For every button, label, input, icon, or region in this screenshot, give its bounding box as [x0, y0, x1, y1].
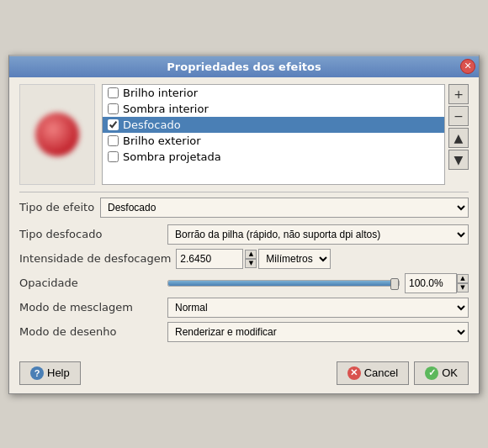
help-label: Help [47, 366, 70, 379]
effect-checkbox[interactable] [108, 135, 119, 146]
opacity-label: Opacidade [19, 277, 162, 289]
ok-button[interactable]: ✓ OK [414, 361, 469, 385]
opacity-slider-track[interactable] [167, 280, 400, 287]
blur-intensity-down[interactable]: ▼ [245, 259, 257, 268]
opacity-down[interactable]: ▼ [457, 283, 469, 293]
cancel-label: Cancel [364, 366, 398, 379]
draw-mode-row: Modo de desenho Renderizar e modificarRe… [19, 322, 469, 342]
blend-mode-row: Modo de mesclagem NormalMultiplicarTelaS… [19, 298, 469, 318]
blur-type-select[interactable]: Borrão da pilha (rápido, não suporta dpi… [167, 224, 469, 245]
footer-right: ✕ Cancel ✓ OK [337, 361, 469, 385]
blur-intensity-input[interactable] [176, 249, 243, 269]
list-item[interactable]: Sombra projetada [103, 149, 444, 165]
opacity-row: Opacidade ▲ ▼ [19, 273, 469, 293]
help-icon: ? [30, 366, 44, 380]
list-item[interactable]: Sombra interior [103, 101, 444, 117]
preview-circle [35, 113, 79, 156]
cancel-button[interactable]: ✕ Cancel [337, 361, 409, 385]
preview-area [19, 84, 95, 185]
effect-item-label: Desfocado [123, 119, 181, 131]
opacity-slider-thumb [390, 278, 399, 290]
list-item[interactable]: Desfocado [103, 117, 444, 133]
effect-item-label: Sombra projetada [123, 150, 221, 163]
blur-intensity-up[interactable]: ▲ [245, 250, 257, 259]
separator-1 [19, 192, 469, 192]
blur-intensity-spinners: ▲ ▼ [245, 250, 257, 268]
effect-type-select[interactable]: DesfocadoBrilho interiorSombra interiorB… [100, 198, 469, 218]
blur-type-label: Tipo desfocado [19, 228, 162, 240]
effect-checkbox[interactable] [108, 103, 119, 114]
ok-label: OK [442, 366, 458, 379]
blur-intensity-label: Intensidade de desfocagem [19, 252, 171, 265]
draw-mode-control: Renderizar e modificarRenderizar apenasV… [167, 322, 469, 342]
list-item[interactable]: Brilho exterior [103, 133, 444, 149]
ok-icon: ✓ [425, 366, 438, 380]
opacity-control: ▲ ▼ [167, 273, 469, 293]
effect-type-label: Tipo de efeito [19, 201, 95, 213]
blur-unit-select[interactable]: MilímetrosPixelsPontos [258, 249, 331, 269]
blur-intensity-input-group: ▲ ▼ MilímetrosPixelsPontos [176, 249, 331, 269]
effect-item-label: Sombra interior [123, 103, 209, 115]
list-item[interactable]: Brilho interior [103, 85, 444, 101]
remove-effect-button[interactable]: − [448, 106, 469, 126]
opacity-input-group: ▲ ▼ [405, 273, 469, 293]
cancel-icon: ✕ [347, 366, 361, 380]
effects-buttons: + − ▲ ▼ [448, 84, 469, 185]
effect-checkbox[interactable] [108, 119, 119, 130]
effect-item-label: Brilho exterior [123, 134, 201, 147]
blur-intensity-row: Intensidade de desfocagem ▲ ▼ Milímetros… [19, 249, 469, 269]
blend-mode-control: NormalMultiplicarTelaSobreporEscurecerCl… [167, 298, 469, 318]
effect-checkbox[interactable] [108, 151, 119, 162]
dialog-title: Propriedades dos efeitos [167, 61, 321, 73]
opacity-up[interactable]: ▲ [457, 274, 469, 283]
blend-mode-select[interactable]: NormalMultiplicarTelaSobreporEscurecerCl… [167, 298, 469, 318]
effect-checkbox[interactable] [108, 87, 119, 98]
move-down-button[interactable]: ▼ [448, 150, 469, 170]
opacity-input[interactable] [405, 273, 457, 293]
dialog-footer: ? Help ✕ Cancel ✓ OK [9, 353, 479, 393]
blur-type-row: Tipo desfocado Borrão da pilha (rápido, … [19, 224, 469, 245]
move-up-button[interactable]: ▲ [448, 128, 469, 148]
opacity-slider-fill [168, 281, 399, 286]
help-button[interactable]: ? Help [19, 361, 81, 385]
opacity-spinners: ▲ ▼ [457, 274, 469, 293]
effects-panel: Brilho interiorSombra interiorDesfocadoB… [102, 84, 469, 185]
blur-type-control: Borrão da pilha (rápido, não suporta dpi… [167, 224, 469, 245]
dialog-body: Brilho interiorSombra interiorDesfocadoB… [9, 77, 479, 353]
blend-mode-label: Modo de mesclagem [19, 301, 162, 314]
effect-type-row: Tipo de efeito DesfocadoBrilho interiorS… [19, 198, 469, 218]
close-button[interactable]: ✕ [460, 59, 475, 74]
effects-list: Brilho interiorSombra interiorDesfocadoB… [102, 84, 445, 185]
draw-mode-select[interactable]: Renderizar e modificarRenderizar apenasV… [167, 322, 469, 342]
title-bar: Propriedades dos efeitos ✕ [9, 56, 479, 77]
effect-item-label: Brilho interior [123, 87, 198, 99]
dialog: Propriedades dos efeitos ✕ Brilho interi… [8, 55, 480, 394]
top-section: Brilho interiorSombra interiorDesfocadoB… [19, 84, 469, 185]
draw-mode-label: Modo de desenho [19, 325, 162, 338]
add-effect-button[interactable]: + [448, 84, 469, 104]
